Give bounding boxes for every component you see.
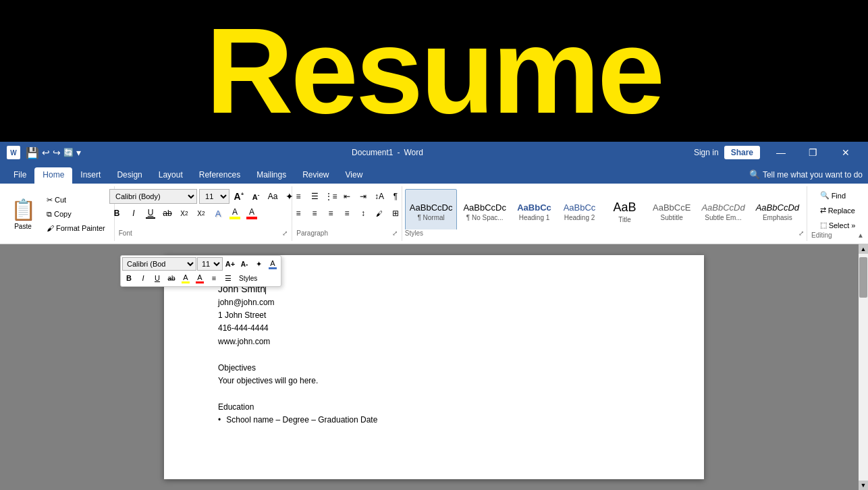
- bullets-button[interactable]: ≡: [291, 189, 306, 204]
- editing-group: 🔍 Find ⇄ Replace ⬚ Select » Editing ▲: [807, 186, 868, 241]
- tab-design[interactable]: Design: [109, 167, 150, 184]
- style-title[interactable]: AaB Title: [603, 189, 647, 229]
- font-group-expand-icon[interactable]: ⤢: [282, 229, 288, 237]
- grow-font-button[interactable]: A+: [232, 189, 246, 204]
- align-center-button[interactable]: ≡: [307, 206, 322, 221]
- numbering-button[interactable]: ☰: [307, 189, 322, 204]
- mini-bullets-button[interactable]: ≡: [207, 271, 221, 285]
- shrink-font-button[interactable]: A-: [248, 189, 263, 204]
- tab-layout[interactable]: Layout: [151, 167, 191, 184]
- change-case-button[interactable]: Aa: [265, 189, 280, 204]
- increase-indent-button[interactable]: ⇥: [356, 189, 371, 204]
- mini-italic-button[interactable]: I: [136, 271, 150, 285]
- copy-button[interactable]: ⧉ Copy: [43, 208, 109, 221]
- format-painter-button[interactable]: 🖌 Format Painter: [43, 222, 109, 234]
- font-group-inner: Calibri (Body) 11 A+ A- Aa ✦: [109, 189, 297, 221]
- paragraph-group-inner: ≡ ☰ ⋮≡ ⇤ ⇥ ↕A ¶ ≡ ≡ ≡ ≡ ↕ 🖌 ⊞: [291, 189, 403, 221]
- paragraph-group-expand-icon[interactable]: ⤢: [392, 229, 398, 237]
- style-heading2[interactable]: AaBbCc Heading 2: [558, 189, 601, 229]
- scroll-track[interactable]: [859, 254, 868, 481]
- mini-text-color-button[interactable]: A: [266, 257, 279, 271]
- scroll-up-button[interactable]: ▲: [859, 244, 868, 254]
- font-size-select[interactable]: 11: [199, 189, 229, 204]
- ribbon-search-label[interactable]: Tell me what you want to do: [763, 170, 863, 180]
- font-name-select[interactable]: Calibri (Body): [109, 189, 197, 204]
- tab-mailings[interactable]: Mailings: [248, 167, 294, 184]
- mini-size-select[interactable]: 11: [197, 257, 223, 271]
- doc-name-line: John Smith: [218, 282, 650, 296]
- replace-button[interactable]: ⇄ Replace: [817, 204, 859, 217]
- scroll-thumb[interactable]: [859, 257, 867, 298]
- font-color-button[interactable]: A: [244, 206, 259, 221]
- text-effects-icon: A: [215, 209, 221, 219]
- paste-button[interactable]: 📋 Paste: [5, 190, 40, 238]
- save-icon[interactable]: 💾: [26, 146, 39, 159]
- mini-shrink-button[interactable]: A-: [238, 257, 251, 271]
- bold-button[interactable]: B: [109, 206, 124, 221]
- redo-icon[interactable]: ↪: [53, 147, 61, 158]
- style-subtle-emphasis[interactable]: AaBbCcDd Subtle Em...: [697, 189, 749, 229]
- multilevel-list-button[interactable]: ⋮≡: [323, 189, 338, 204]
- doc-website-line: www.john.com: [218, 335, 650, 348]
- justify-button[interactable]: ≡: [340, 206, 354, 221]
- decrease-indent-button[interactable]: ⇤: [340, 189, 354, 204]
- scroll-down-button[interactable]: ▼: [859, 481, 868, 490]
- style-heading1[interactable]: AaBbCc Heading 1: [512, 189, 556, 229]
- line-spacing-button[interactable]: ↕: [356, 206, 371, 221]
- cut-button[interactable]: ✂ Cut: [43, 194, 109, 207]
- sign-in-button[interactable]: Sign in: [694, 148, 719, 157]
- find-icon: 🔍: [820, 191, 830, 200]
- underline-button[interactable]: U: [143, 206, 158, 221]
- text-effects-button[interactable]: A: [211, 206, 225, 221]
- shading-button[interactable]: 🖌: [372, 206, 387, 221]
- style-subtitle[interactable]: AaBbCcE Subtitle: [648, 189, 695, 229]
- restore-window-button[interactable]: ❐: [798, 142, 829, 163]
- mini-bold-button[interactable]: B: [122, 271, 136, 285]
- mini-clear-format-button[interactable]: ✦: [252, 257, 265, 271]
- restore-icon[interactable]: 🔄: [63, 148, 74, 157]
- mini-highlight-button[interactable]: A: [179, 271, 192, 285]
- tab-file[interactable]: File: [5, 167, 34, 184]
- paste-label: Paste: [14, 223, 32, 230]
- tab-view[interactable]: View: [337, 167, 371, 184]
- mini-font-color-button[interactable]: A: [193, 271, 207, 285]
- superscript-button[interactable]: X2: [194, 206, 209, 221]
- mini-styles-button[interactable]: Styles: [236, 271, 261, 285]
- show-formatting-button[interactable]: ¶: [388, 189, 403, 204]
- align-right-button[interactable]: ≡: [323, 206, 338, 221]
- undo-icon[interactable]: ↩: [42, 147, 50, 158]
- editing-expand-icon[interactable]: ▲: [857, 232, 864, 239]
- subscript-button[interactable]: X2: [177, 206, 192, 221]
- clipboard-group: 📋 Paste ✂ Cut ⧉ Copy 🖌 Format Painter: [0, 186, 115, 241]
- mini-numbering-button[interactable]: ☰: [221, 271, 235, 285]
- style-normal[interactable]: AaBbCcDc ¶ Normal: [405, 189, 458, 229]
- education-bullet-1: • School name – Degree – Graduation Date: [218, 414, 650, 427]
- customize-quick-access-icon[interactable]: ▾: [76, 147, 81, 158]
- mini-underline-button[interactable]: U: [151, 271, 164, 285]
- style-no-space[interactable]: AaBbCcDc ¶ No Spac...: [458, 189, 511, 229]
- tab-insert[interactable]: Insert: [72, 167, 109, 184]
- highlight-color-button[interactable]: A: [227, 206, 242, 221]
- align-left-button[interactable]: ≡: [291, 206, 306, 221]
- minimize-button[interactable]: —: [765, 142, 796, 163]
- sort-button[interactable]: ↕A: [372, 189, 387, 204]
- mini-strikethrough-button[interactable]: ab: [165, 271, 178, 285]
- select-icon: ⬚: [820, 221, 827, 229]
- tab-references[interactable]: References: [191, 167, 248, 184]
- close-button[interactable]: ✕: [830, 142, 861, 163]
- italic-button[interactable]: I: [126, 206, 141, 221]
- borders-button[interactable]: ⊞: [388, 206, 403, 221]
- tab-review[interactable]: Review: [294, 167, 337, 184]
- tab-home[interactable]: Home: [34, 167, 72, 184]
- mini-grow-button[interactable]: A+: [223, 257, 237, 271]
- ribbon-tabs: File Home Insert Design Layout Reference…: [0, 163, 868, 184]
- find-button[interactable]: 🔍 Find: [817, 189, 859, 202]
- select-button[interactable]: ⬚ Select »: [817, 219, 859, 232]
- style-emphasis[interactable]: AaBbCcDd Emphasis: [751, 189, 804, 229]
- share-button[interactable]: Share: [724, 146, 760, 159]
- document-page[interactable]: John Smith john@john.com 1 John Street 4…: [164, 255, 704, 479]
- styles-group-expand-icon[interactable]: ⤢: [798, 229, 804, 237]
- mini-font-select[interactable]: Calibri (Bod: [122, 257, 196, 271]
- strikethrough-button[interactable]: ab: [160, 206, 175, 221]
- paragraph-group-label: Paragraph ⤢: [296, 229, 398, 238]
